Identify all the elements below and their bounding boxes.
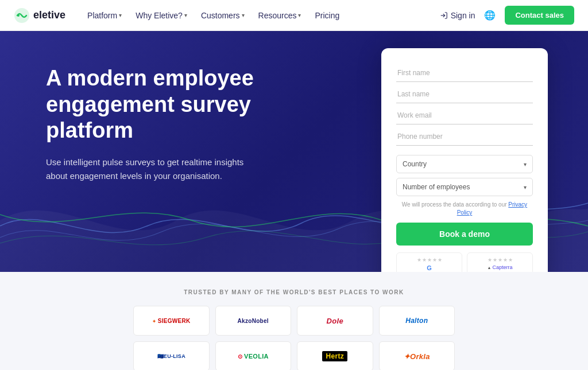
phone-field (396, 128, 533, 146)
work-email-input[interactable] (396, 107, 533, 124)
main-nav: Platform ▾ Why Eletive? ▾ Customers ▾ Re… (82, 7, 440, 24)
employees-select-wrap[interactable]: Number of employees ▾ (396, 178, 533, 196)
hero-content: A modern employee engagement survey plat… (46, 60, 322, 183)
country-select-wrap[interactable]: Country ▾ (396, 155, 533, 173)
language-button[interactable]: 🌐 (482, 7, 498, 24)
nav-pricing[interactable]: Pricing (309, 7, 345, 24)
employees-select[interactable]: Number of employees (403, 183, 524, 191)
nav-resources[interactable]: Resources ▾ (253, 7, 307, 24)
hero-title: A modern employee engagement survey plat… (46, 65, 322, 144)
logo-icon (14, 7, 30, 24)
logo[interactable]: eletive (14, 7, 65, 24)
hero-section: A modern employee engagement survey plat… (0, 31, 588, 272)
g2-rating-box: ★ ★ ★ ★ ★ G (396, 252, 462, 272)
list-item: AkzoNobel (215, 306, 292, 336)
ratings-row: ★ ★ ★ ★ ★ G ★ ★ ★ ★ ★ (396, 252, 533, 272)
chevron-down-icon: ▾ (119, 12, 122, 18)
capterra-logo: ▲ Capterra (488, 264, 513, 270)
first-name-field (396, 64, 533, 82)
work-email-field (396, 107, 533, 124)
contact-sales-button[interactable]: Contact sales (505, 6, 574, 25)
last-name-input[interactable] (396, 85, 533, 103)
sign-in-button[interactable]: Sign in (440, 11, 475, 20)
header: eletive Platform ▾ Why Eletive? ▾ Custom… (0, 0, 588, 31)
capterra-rating-box: ★ ★ ★ ★ ★ ▲ Capterra (467, 252, 533, 272)
svg-point-1 (17, 14, 20, 17)
header-right: Sign in 🌐 Contact sales (440, 6, 574, 25)
last-name-field (396, 85, 533, 103)
list-item: ✦ SIEGWERK (133, 306, 210, 336)
g2-logo: G (427, 264, 432, 271)
first-name-input[interactable] (396, 64, 533, 82)
nav-customers[interactable]: Customers ▾ (195, 7, 250, 24)
nav-platform[interactable]: Platform ▾ (82, 7, 127, 24)
chevron-down-icon: ▾ (298, 12, 301, 18)
privacy-notice: We will process the data according to ou… (396, 201, 533, 217)
book-demo-button[interactable]: Book a demo (396, 223, 533, 246)
nav-why-eletive[interactable]: Why Eletive? ▾ (130, 7, 193, 24)
g2-stars: ★ ★ ★ ★ ★ (417, 257, 442, 263)
capterra-stars: ★ ★ ★ ★ ★ (488, 257, 513, 263)
demo-form-card: Country ▾ Number of employees ▾ We will … (381, 48, 548, 272)
hero-subtitle: Use intelligent pulse surveys to get rea… (46, 155, 264, 183)
chevron-down-icon: ▾ (242, 12, 245, 18)
chevron-down-icon: ▾ (524, 161, 527, 168)
list-item: Dole (297, 306, 373, 336)
logo-text: eletive (33, 9, 65, 21)
trusted-section: TRUSTED BY MANY OF THE WORLD'S BEST PLAC… (0, 272, 588, 370)
list-item: ✦Orkla (379, 341, 455, 370)
trusted-label: TRUSTED BY MANY OF THE WORLD'S BEST PLAC… (46, 289, 542, 295)
company-logos-grid: ✦ SIEGWERK AkzoNobel Dole Halton 🇪🇺EU-LI… (133, 306, 455, 370)
list-item: Halton (379, 306, 455, 336)
list-item: ⊙ VEOLIA (215, 341, 292, 370)
country-select[interactable]: Country (403, 160, 524, 168)
sign-in-icon (440, 11, 448, 20)
chevron-down-icon: ▾ (184, 12, 187, 18)
phone-input[interactable] (396, 128, 533, 146)
chevron-down-icon: ▾ (524, 184, 527, 190)
list-item: Hertz (297, 341, 373, 370)
list-item: 🇪🇺EU-LISA (133, 341, 210, 370)
